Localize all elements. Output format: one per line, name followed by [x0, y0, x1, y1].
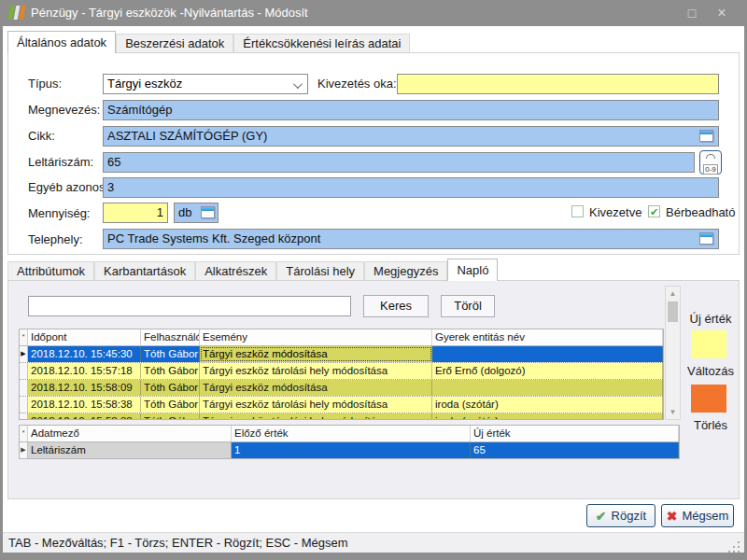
- cell-felhasznalo[interactable]: Tóth Gábor: [141, 380, 200, 396]
- telephely-label: Telephely:: [28, 232, 83, 246]
- resize-grip[interactable]: [738, 541, 740, 543]
- telephely-input[interactable]: PC Trade Systems Kft. Szeged központ: [103, 229, 719, 249]
- berbeadhato-label: Bérbeadható: [666, 205, 735, 219]
- maximize-button[interactable]: □: [678, 0, 706, 26]
- scroll-down-icon[interactable]: ▼: [666, 405, 680, 419]
- col-esemeny[interactable]: Esemény: [200, 329, 432, 345]
- unit-browse-icon: [201, 206, 215, 218]
- x-icon: ✖: [667, 509, 678, 524]
- kivezetve-checkbox[interactable]: [571, 205, 584, 217]
- row-selector: [20, 397, 28, 413]
- egyeb-azonosito-input[interactable]: 3: [103, 177, 719, 198]
- detail-row[interactable]: ▶ Leltáriszám 1 65: [20, 442, 679, 459]
- check-icon: ✔: [596, 509, 607, 524]
- tab-beszerzesi-adatok[interactable]: Beszerzési adatok: [116, 34, 233, 53]
- megnevezes-label: Megnevezés:: [28, 103, 100, 117]
- cell-felhasznalo[interactable]: Tóth Gábor: [141, 346, 200, 362]
- cell-uj-ertek[interactable]: 65: [471, 442, 679, 458]
- status-bar: TAB - Mezőváltás; F1 - Törzs; ENTER - Rö…: [3, 532, 744, 553]
- numpad-arc-icon: [706, 154, 715, 159]
- cell-idopont[interactable]: 2018.12.10. 15:58:09: [28, 380, 141, 396]
- col-elozo-ertek[interactable]: Előző érték: [232, 426, 471, 441]
- cell-adatmezo[interactable]: Leltáriszám: [28, 442, 232, 458]
- cell-gyerek[interactable]: Erő Ernő (dolgozó): [432, 363, 663, 379]
- col-uj-ertek[interactable]: Új érték: [471, 426, 679, 441]
- mennyiseg-unit-value: db: [178, 205, 191, 219]
- cikk-input[interactable]: ASZTALI SZÁMÍTÓGÉP (GY): [103, 126, 719, 147]
- cell-idopont[interactable]: 2018.12.10. 15:57:18: [28, 363, 141, 379]
- leltariszam-input[interactable]: 65: [103, 152, 695, 173]
- mennyiseg-input[interactable]: 1: [103, 203, 168, 223]
- tab-attributumok[interactable]: Attribútumok: [7, 261, 94, 281]
- log-row-selected[interactable]: ▶ 2018.12.10. 15:45:30 Tóth Gábor Tárgyi…: [20, 346, 663, 363]
- torol-button[interactable]: Töröl: [441, 295, 495, 317]
- log-table-header[interactable]: * Időpont Felhasználó Esemény Gyerek ent…: [20, 329, 663, 346]
- kivezetes-oka-input[interactable]: [397, 74, 719, 94]
- cell-gyerek[interactable]: [432, 346, 663, 362]
- row-selector: [20, 380, 28, 396]
- chevron-down-icon: [293, 79, 303, 89]
- berbeadhato-checkbox[interactable]: ✔: [648, 205, 660, 217]
- detail-table-header[interactable]: * Adatmező Előző érték Új érték: [20, 426, 679, 442]
- tab-megjegyzes[interactable]: Megjegyzés: [364, 261, 447, 281]
- log-row-partial[interactable]: 2018.12.10. 15:58:38 Tóth Gábor Tárgyi e…: [20, 413, 663, 420]
- col-felhasznalo[interactable]: Felhasználó: [141, 329, 200, 345]
- selector-header: *: [20, 329, 28, 345]
- cikk-browse-icon[interactable]: [699, 130, 713, 142]
- tab-naplo[interactable]: Napló: [447, 259, 498, 281]
- scroll-thumb[interactable]: [668, 301, 678, 322]
- tab-alkatreszek[interactable]: Alkatrészek: [195, 261, 276, 281]
- legend-orange-swatch: [691, 385, 726, 413]
- cell-esemeny[interactable]: Tárgyi eszköz módosítása: [200, 380, 432, 396]
- cell-elozo-ertek[interactable]: 1: [232, 442, 471, 458]
- cell-felhasznalo[interactable]: Tóth Gábor: [141, 413, 200, 420]
- tab-tarolasi-hely[interactable]: Tárolási hely: [276, 261, 364, 281]
- cell-gyerek[interactable]: iroda (szótár): [432, 413, 663, 420]
- log-search-input[interactable]: [28, 296, 351, 316]
- telephely-browse-icon[interactable]: [699, 232, 713, 245]
- cell-idopont[interactable]: 2018.12.10. 15:45:30: [28, 346, 141, 362]
- selector-header: *: [20, 426, 28, 441]
- cell-esemeny[interactable]: Tárgyi eszköz módosítása: [200, 346, 432, 362]
- legend-torles-label: Törlés: [683, 418, 739, 432]
- col-adatmezo[interactable]: Adatmező: [28, 426, 232, 441]
- tab-altalanos-adatok[interactable]: Általános adatok: [7, 31, 116, 53]
- legend-yellow-swatch: [691, 330, 726, 358]
- log-row[interactable]: 2018.12.10. 15:57:18 Tóth Gábor Tárgyi e…: [20, 363, 663, 380]
- cell-gyerek[interactable]: iroda (szótár): [432, 397, 663, 413]
- titlebar[interactable]: Pénzügy - Tárgyi eszközök -Nyilvántartás…: [0, 0, 747, 26]
- row-selector: [20, 413, 28, 420]
- megsem-button[interactable]: ✖ Mégsem: [661, 504, 734, 527]
- log-scrollbar[interactable]: ▲ ▼: [665, 286, 681, 420]
- cell-idopont[interactable]: 2018.12.10. 15:58:38: [28, 397, 141, 413]
- leltariszam-numpad-button[interactable]: 0-9: [699, 150, 722, 175]
- cell-esemeny[interactable]: Tárgyi eszköz tárolási hely módosítása: [200, 413, 432, 420]
- bottom-tabstrip: Attribútumok Karbantartások Alkatrészek …: [7, 259, 498, 281]
- cell-felhasznalo[interactable]: Tóth Gábor: [141, 363, 200, 379]
- log-row[interactable]: 2018.12.10. 15:58:38 Tóth Gábor Tárgyi e…: [20, 397, 663, 413]
- keres-button[interactable]: Keres: [363, 295, 429, 317]
- rogzit-button[interactable]: ✔ Rögzít: [586, 504, 655, 527]
- cell-esemeny[interactable]: Tárgyi eszköz tárolási hely módosítása: [200, 397, 432, 413]
- megnevezes-input[interactable]: Számítógép: [103, 100, 719, 120]
- legend-uj-ertek-label: Új érték: [683, 312, 739, 326]
- cell-gyerek[interactable]: [432, 380, 663, 396]
- cell-felhasznalo[interactable]: Tóth Gábor: [141, 397, 200, 413]
- tab-ertekcsokkenesi[interactable]: Értékcsökkenési leírás adatai: [233, 34, 410, 53]
- cell-idopont[interactable]: 2018.12.10. 15:58:38: [28, 413, 141, 420]
- col-gyerek-entitas[interactable]: Gyerek entitás név: [432, 329, 663, 345]
- cell-esemeny[interactable]: Tárgyi eszköz tárolási hely módosítása: [200, 363, 432, 379]
- col-idopont[interactable]: Időpont: [28, 329, 141, 345]
- mennyiseg-label: Mennyiség:: [28, 206, 90, 220]
- kivezetes-oka-label: Kivezetés oka:: [317, 77, 397, 91]
- close-button[interactable]: ×: [708, 0, 736, 26]
- tipus-select[interactable]: Tárgyi eszköz: [103, 74, 308, 94]
- app-icon: [9, 6, 26, 21]
- mennyiseg-unit-select[interactable]: db: [174, 203, 218, 223]
- dialog-window: Pénzügy - Tárgyi eszközök -Nyilvántartás…: [0, 0, 747, 560]
- log-row[interactable]: 2018.12.10. 15:58:09 Tóth Gábor Tárgyi e…: [20, 380, 663, 397]
- tab-karbantartasok[interactable]: Karbantartások: [94, 261, 195, 281]
- tipus-selected-value: Tárgyi eszköz: [107, 77, 182, 91]
- tipus-label: Típus:: [28, 77, 62, 91]
- scroll-up-icon[interactable]: ▲: [666, 287, 680, 301]
